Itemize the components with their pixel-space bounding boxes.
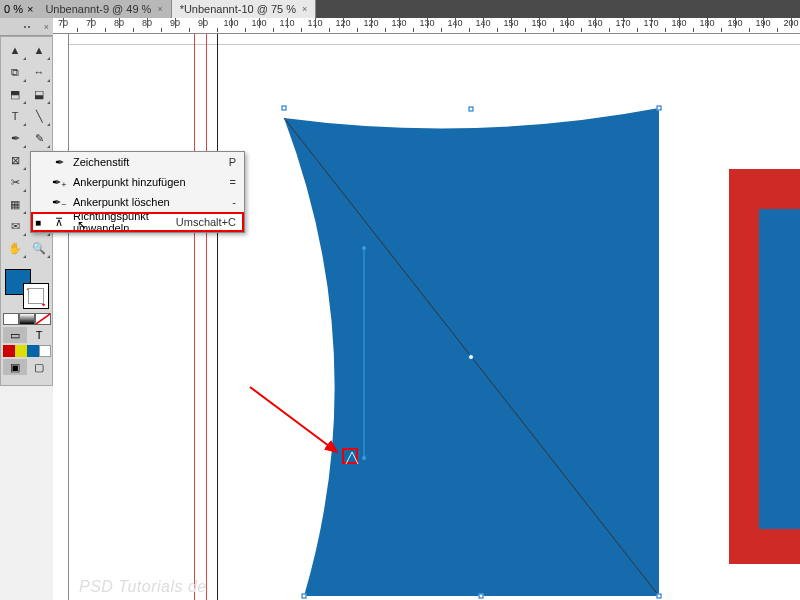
direct-selection-tool-glyph: ▲: [34, 44, 45, 56]
selection-tool-glyph: ▲: [10, 44, 21, 56]
stroke-swatch[interactable]: [23, 283, 49, 309]
close-icon[interactable]: ×: [157, 4, 162, 14]
bbox-handle[interactable]: [479, 594, 484, 599]
normal-mode-icon[interactable]: ▣: [3, 359, 27, 375]
bbox-handle[interactable]: [302, 594, 307, 599]
toolbox-tab[interactable]: ×: [0, 18, 53, 36]
fill-stroke-swatch[interactable]: [3, 269, 51, 309]
flyout-item-3[interactable]: ■⊼Richtungspunkt umwandelnUmschalt+C: [31, 212, 244, 232]
pen-tool-glyph: ✒: [11, 132, 20, 145]
flyout-label: Ankerpunkt löschen: [73, 196, 226, 208]
tab-unbenannt-9[interactable]: Unbenannt-9 @ 49 % ×: [37, 0, 171, 18]
page-tool[interactable]: ⧉: [3, 61, 27, 83]
gap-tool[interactable]: ↔: [27, 61, 51, 83]
flyout-label: Richtungspunkt umwandeln: [73, 210, 170, 234]
hand-tool[interactable]: ✋: [3, 237, 27, 259]
rectangle-frame-tool[interactable]: ⊠: [3, 149, 27, 171]
svg-point-3: [362, 456, 366, 460]
flyout-item-2[interactable]: ✒₋Ankerpunkt löschen-: [31, 192, 244, 212]
flyout-shortcut: P: [229, 156, 240, 168]
scissors-tool-glyph: ✂: [11, 176, 20, 189]
checkmark-icon: ■: [35, 217, 45, 228]
selection-tool[interactable]: ▲: [3, 39, 27, 61]
flyout-label: Ankerpunkt hinzufügen: [73, 176, 224, 188]
content-placer-tool[interactable]: ⬓: [27, 83, 51, 105]
direct-selection-tool[interactable]: ▲: [27, 39, 51, 61]
gradient-swatch-tool-glyph: ▦: [10, 198, 20, 211]
bbox-handle[interactable]: [657, 594, 662, 599]
format-text-icon[interactable]: T: [27, 327, 51, 343]
content-collector-tool[interactable]: ⬒: [3, 83, 27, 105]
vertical-guide[interactable]: [206, 34, 207, 600]
close-icon[interactable]: ×: [302, 4, 307, 14]
pen-tool[interactable]: ✒: [3, 127, 27, 149]
note-tool[interactable]: ✉: [3, 215, 27, 237]
content-collector-tool-glyph: ⬒: [10, 88, 20, 101]
document-tabs: 0 %× Unbenannt-9 @ 49 % × *Unbenannt-10 …: [0, 0, 800, 18]
apply-gradient-icon[interactable]: [19, 313, 35, 325]
canvas[interactable]: PSD Tutorials de: [69, 34, 800, 600]
container-text-toggle[interactable]: ▭ T: [3, 327, 51, 343]
flyout-item-1[interactable]: ✒₊Ankerpunkt hinzufügen=: [31, 172, 244, 192]
rectangle-frame-tool-glyph: ⊠: [11, 154, 20, 167]
bbox-handle[interactable]: [469, 107, 474, 112]
scissors-tool[interactable]: ✂: [3, 171, 27, 193]
bbox-handle[interactable]: [657, 106, 662, 111]
svg-line-5: [250, 387, 337, 452]
flyout-label: Zeichenstift: [73, 156, 223, 168]
flyout-shortcut: =: [230, 176, 240, 188]
preview-mode-icon[interactable]: ▢: [27, 359, 51, 375]
secondary-shape-inner: [759, 209, 800, 529]
tool-icon: ✒₋: [51, 196, 67, 209]
tab-label: *Unbenannt-10 @ 75 %: [180, 3, 296, 15]
page-edge: [217, 34, 218, 600]
flyout-item-0[interactable]: ✒ZeichenstiftP: [31, 152, 244, 172]
content-placer-tool-glyph: ⬓: [34, 88, 44, 101]
format-container-icon[interactable]: ▭: [3, 327, 27, 343]
tab-label: Unbenannt-9 @ 49 %: [45, 3, 151, 15]
close-icon[interactable]: ×: [27, 3, 33, 15]
gap-tool-glyph: ↔: [34, 66, 45, 78]
tab-truncated[interactable]: 0 %×: [0, 0, 37, 18]
horizontal-ruler[interactable]: 7070808090901001001101101201201301301401…: [53, 18, 800, 34]
svg-point-4: [469, 355, 474, 360]
svg-point-2: [362, 246, 366, 250]
page-tool-glyph: ⧉: [11, 66, 19, 79]
line-tool[interactable]: ╲: [27, 105, 51, 127]
pen-tool-flyout: ✒ZeichenstiftP✒₊Ankerpunkt hinzufügen=✒₋…: [30, 151, 245, 233]
flyout-shortcut: Umschalt+C: [176, 216, 240, 228]
vertical-ruler[interactable]: [53, 34, 69, 600]
bbox-handle[interactable]: [282, 106, 287, 111]
hand-tool-glyph: ✋: [8, 242, 22, 255]
zoom-tool[interactable]: 🔍: [27, 237, 51, 259]
tool-icon: ✒₊: [51, 176, 67, 189]
tab-unbenannt-10[interactable]: *Unbenannt-10 @ 75 % ×: [172, 0, 317, 18]
flyout-shortcut: -: [232, 196, 240, 208]
tool-icon: ⊼: [51, 216, 67, 229]
gradient-swatch-tool[interactable]: ▦: [3, 193, 27, 215]
pencil-tool-glyph: ✎: [35, 132, 44, 145]
horizontal-guide[interactable]: [69, 44, 800, 45]
quick-colors[interactable]: [3, 345, 51, 357]
line-tool-glyph: ╲: [36, 110, 43, 123]
zoom-tool-glyph: 🔍: [32, 242, 46, 255]
type-tool-glyph: T: [12, 110, 19, 122]
collapse-icon[interactable]: ×: [44, 22, 49, 32]
note-tool-glyph: ✉: [11, 220, 20, 233]
tool-icon: ✒: [51, 156, 67, 169]
type-tool[interactable]: T: [3, 105, 27, 127]
watermark: PSD Tutorials de: [79, 578, 207, 596]
curved-shape[interactable]: [264, 98, 684, 600]
apply-none-icon[interactable]: [35, 313, 51, 325]
secondary-shape[interactable]: [729, 169, 800, 564]
apply-mode-row[interactable]: [3, 313, 51, 325]
screen-mode-row[interactable]: ▣ ▢: [3, 359, 51, 375]
vertical-guide[interactable]: [194, 34, 195, 600]
pencil-tool[interactable]: ✎: [27, 127, 51, 149]
apply-color-icon[interactable]: [3, 313, 19, 325]
annotation-arrow: [245, 382, 355, 472]
